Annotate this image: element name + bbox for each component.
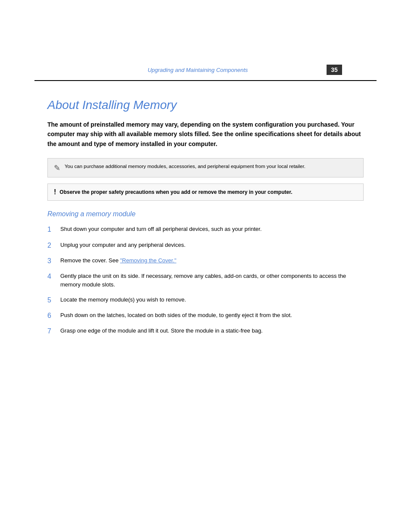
list-item: 3 Remove the cover. See "Removing the Co… (47, 256, 364, 266)
steps-list: 1 Shut down your computer and turn off a… (47, 225, 364, 336)
page-header: Upgrading and Maintaining Components 35 (34, 0, 377, 81)
step-text: Shut down your computer and turn off all… (60, 225, 364, 233)
step-number: 4 (47, 272, 54, 281)
main-content: About Installing Memory The amount of pr… (0, 81, 411, 360)
step-text: Grasp one edge of the module and lift it… (60, 327, 364, 335)
note-box: ✎ You can purchase additional memory mod… (47, 158, 364, 177)
step-number: 3 (47, 256, 54, 266)
step-text: Push down on the latches, located on bot… (60, 311, 364, 320)
warning-icon: ! (54, 188, 56, 196)
list-item: 5 Locate the memory module(s) you wish t… (47, 296, 364, 305)
step-number: 5 (47, 296, 54, 305)
removing-cover-link[interactable]: "Removing the Cover." (120, 257, 177, 264)
step-text: Gently place the unit on its side. If ne… (60, 272, 364, 289)
note-text: You can purchase additional memory modul… (65, 163, 305, 170)
intro-text: The amount of preinstalled memory may va… (47, 120, 364, 149)
step-text: Remove the cover. See "Removing the Cove… (60, 256, 364, 265)
step-number: 6 (47, 311, 54, 320)
warning-box: ! Observe the proper safety precautions … (47, 184, 364, 201)
list-item: 1 Shut down your computer and turn off a… (47, 225, 364, 234)
step-number: 2 (47, 241, 54, 250)
list-item: 2 Unplug your computer and any periphera… (47, 241, 364, 250)
step-number: 1 (47, 225, 54, 234)
warning-text: Observe the proper safety precautions wh… (59, 188, 292, 196)
list-item: 4 Gently place the unit on its side. If … (47, 272, 364, 289)
step-text: Locate the memory module(s) you wish to … (60, 296, 364, 304)
page-title: About Installing Memory (47, 98, 364, 112)
section-title: Removing a memory module (47, 210, 364, 218)
list-item: 7 Grasp one edge of the module and lift … (47, 327, 364, 336)
chapter-title: Upgrading and Maintaining Components (69, 67, 327, 73)
page-number: 35 (327, 65, 342, 75)
step-number: 7 (47, 327, 54, 336)
step-text: Unplug your computer and any peripheral … (60, 241, 364, 249)
list-item: 6 Push down on the latches, located on b… (47, 311, 364, 320)
step-text-before: Remove the cover. See (60, 257, 120, 264)
page: Upgrading and Maintaining Components 35 … (0, 0, 411, 532)
note-icon: ✎ (54, 163, 60, 173)
